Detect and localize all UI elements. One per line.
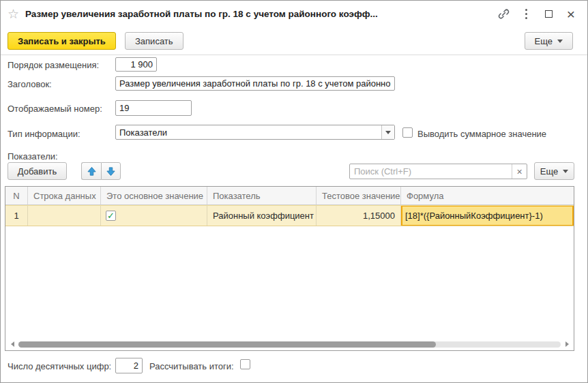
order-label: Порядок размещения: xyxy=(8,60,99,70)
calc-totals-label: Рассчитывать итоги: xyxy=(149,361,234,371)
toolbar-separator xyxy=(1,55,587,55)
decimals-input[interactable] xyxy=(115,358,143,373)
indicators-section-label: Показатели: xyxy=(8,151,58,162)
more-button-top[interactable]: Еще xyxy=(525,32,573,50)
search-input[interactable] xyxy=(350,164,512,179)
title-bar: ☆ Размер увеличения заработной платы по … xyxy=(1,1,587,27)
more-button-indicators-label: Еще xyxy=(540,166,558,177)
display-number-input[interactable] xyxy=(115,100,192,116)
table-header-row: N Строка данных Это основное значение По… xyxy=(5,187,574,205)
header-label: Заголовок: xyxy=(8,79,52,89)
search-box: × xyxy=(349,164,527,179)
scrollbar-thumb[interactable] xyxy=(18,341,436,348)
close-icon[interactable]: × xyxy=(563,5,579,22)
info-type-label: Тип информации: xyxy=(8,129,80,139)
cell-indicator[interactable]: Районный коэффициент xyxy=(207,206,317,226)
more-button-indicators[interactable]: Еще xyxy=(534,162,574,180)
window-title: Размер увеличения заработной платы по гр… xyxy=(25,9,378,19)
scroll-right-button[interactable] xyxy=(563,340,571,348)
order-input[interactable] xyxy=(115,57,157,72)
cell-n[interactable]: 1 xyxy=(5,206,28,226)
add-button[interactable]: Добавить xyxy=(8,162,67,180)
save-button[interactable]: Записать xyxy=(125,32,183,50)
cell-test-value[interactable]: 1,15000 xyxy=(317,206,401,226)
header-input[interactable] xyxy=(115,76,395,91)
display-number-label: Отображаемый номер: xyxy=(8,104,102,114)
col-header-data-row[interactable]: Строка данных xyxy=(28,187,101,204)
cell-is-main[interactable]: ✓ xyxy=(101,206,207,226)
active-formula-cell[interactable]: [18]*({РайонныйКоэффициент}-1) xyxy=(401,206,574,226)
col-header-test-value[interactable]: Тестовое значение xyxy=(317,187,401,204)
decimals-label: Число десятичных цифр: xyxy=(8,361,111,371)
move-down-button[interactable] xyxy=(101,162,121,180)
info-type-value: Показатели xyxy=(116,125,381,139)
maximize-icon[interactable] xyxy=(540,5,557,22)
info-type-dropdown-button[interactable] xyxy=(381,125,394,139)
search-clear-icon[interactable]: × xyxy=(512,164,527,179)
scroll-left-button[interactable] xyxy=(8,340,16,348)
info-type-select[interactable]: Показатели xyxy=(115,125,395,140)
menu-kebab-icon[interactable] xyxy=(518,5,534,22)
indicators-table: N Строка данных Это основное значение По… xyxy=(5,186,574,351)
col-header-n[interactable]: N xyxy=(5,187,28,204)
col-header-is-main[interactable]: Это основное значение xyxy=(101,187,207,204)
link-icon[interactable] xyxy=(495,5,512,22)
col-header-indicator[interactable]: Показатель xyxy=(207,187,317,204)
form-window: ☆ Размер увеличения заработной платы по … xyxy=(0,0,588,383)
summary-value-checkbox[interactable] xyxy=(402,127,413,138)
horizontal-scrollbar xyxy=(8,340,571,348)
save-and-close-button[interactable]: Записать и закрыть xyxy=(8,32,116,50)
is-main-checkbox[interactable]: ✓ xyxy=(106,211,116,221)
chevron-down-icon xyxy=(557,40,563,43)
favorite-star-icon[interactable]: ☆ xyxy=(8,7,19,20)
chevron-down-icon xyxy=(563,170,568,173)
scrollbar-track[interactable] xyxy=(18,341,561,348)
cell-data-row[interactable] xyxy=(28,206,101,226)
move-buttons xyxy=(81,162,121,180)
calc-totals-checkbox[interactable] xyxy=(240,359,250,369)
table-row[interactable]: 1 ✓ Районный коэффициент 1,15000 [18]*({… xyxy=(5,205,574,226)
more-button-top-label: Еще xyxy=(535,36,553,46)
chevron-down-icon xyxy=(385,131,391,134)
col-header-formula[interactable]: Формула xyxy=(401,187,574,204)
cell-formula[interactable]: [18]*({РайонныйКоэффициент}-1) xyxy=(401,206,574,226)
move-up-button[interactable] xyxy=(81,162,101,180)
summary-value-label: Выводить суммарное значение xyxy=(417,129,546,139)
